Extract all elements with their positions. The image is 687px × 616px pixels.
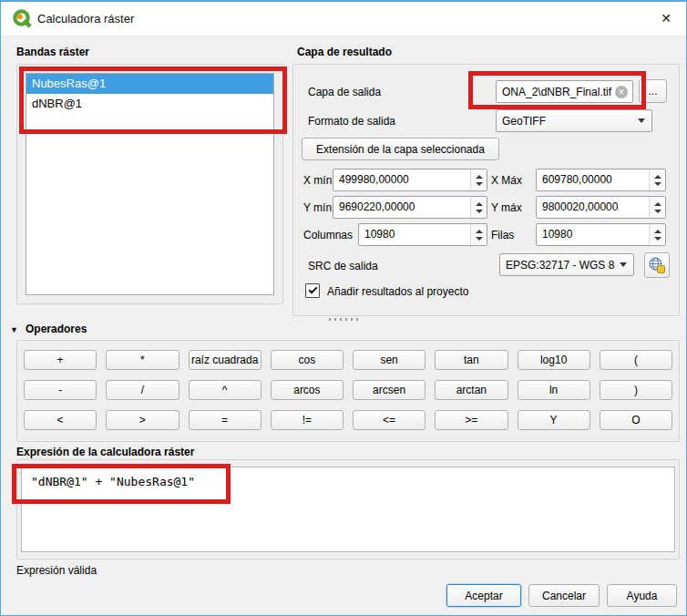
operator-button-or[interactable]: O (600, 410, 672, 430)
chevron-down-icon (620, 262, 627, 267)
xmax-spin-buttons[interactable] (649, 169, 665, 190)
operator-button-multiply[interactable]: * (106, 350, 179, 370)
operator-button-less-equal[interactable]: <= (353, 410, 426, 430)
output-layer-label: Capa de salida (308, 86, 381, 98)
xmin-label: X mín (303, 174, 332, 187)
xmax-value: 609780,00000 (537, 169, 649, 190)
qgis-logo-icon (12, 8, 33, 29)
operator-button-cos[interactable]: cos (271, 350, 344, 370)
operator-button-plus[interactable]: + (24, 350, 97, 370)
expression-header: Expresión de la calculadora ráster (16, 446, 194, 458)
operator-button-less-than[interactable]: < (24, 410, 97, 430)
operator-button-sen[interactable]: sen (353, 350, 426, 370)
xmin-spin-buttons[interactable] (470, 169, 487, 190)
crs-select[interactable]: EPSG:32717 - WGS 8 (499, 253, 634, 276)
output-layer-value: ONA_2\dNBR_Final.tif (497, 86, 615, 98)
xmin-value: 499980,00000 (333, 169, 470, 190)
accept-button[interactable]: Aceptar (446, 584, 521, 607)
operator-button-equals[interactable]: = (189, 410, 261, 430)
output-format-label: Formato de salida (308, 115, 395, 128)
ymin-label: Y mín (303, 201, 332, 214)
output-layer-field[interactable]: ONA_2\dNBR_Final.tif ✕ (496, 80, 633, 103)
operator-button-log10[interactable]: log10 (518, 350, 590, 370)
operator-button-divide[interactable]: / (106, 380, 179, 400)
operator-button-open-paren[interactable]: ( (600, 350, 672, 370)
browse-button[interactable]: ... (639, 79, 667, 103)
ymax-value: 9800020,00000 (537, 197, 649, 218)
crs-value: EPSG:32717 - WGS 8 (500, 259, 620, 272)
check-icon (309, 285, 318, 294)
expression-text: "dNBR@1" + "NubesRas@1" (22, 467, 674, 496)
operator-button-greater-equal[interactable]: >= (435, 410, 508, 430)
operator-button-arcsen[interactable]: arcsen (353, 380, 426, 400)
ymax-label: Y máx (491, 201, 522, 214)
output-format-select[interactable]: GeoTIFF (496, 109, 652, 132)
ymin-spin-buttons[interactable] (470, 197, 487, 218)
rows-spinbox[interactable]: 10980 (536, 223, 666, 246)
clear-field-icon[interactable]: ✕ (615, 86, 628, 98)
add-to-project-label: Añadir resultados al proyecto (327, 285, 468, 298)
columns-spinbox[interactable]: 10980 (358, 223, 487, 246)
add-to-project-checkbox[interactable] (305, 283, 320, 298)
titlebar[interactable]: Calculadora ráster ✕ (1, 2, 686, 36)
operator-button-power[interactable]: ^ (189, 380, 261, 400)
help-button[interactable]: Ayuda (607, 584, 677, 607)
operator-button-sqrt[interactable]: raíz cuadrada (189, 350, 261, 370)
operator-button-not-equals[interactable]: != (271, 410, 344, 430)
collapse-arrow-icon[interactable]: ▼ (10, 325, 18, 334)
raster-calculator-dialog: Calculadora ráster ✕ Bandas ráster Nubes… (0, 0, 687, 616)
ymin-value: 9690220,00000 (333, 197, 470, 218)
close-button[interactable]: ✕ (650, 5, 682, 31)
xmin-spinbox[interactable]: 499980,00000 (333, 169, 487, 191)
splitter-handle[interactable] (329, 318, 362, 321)
ymax-spinbox[interactable]: 9800020,00000 (536, 196, 666, 219)
operator-button-ln[interactable]: ln (518, 380, 590, 400)
columns-value: 10980 (359, 224, 470, 245)
operator-button-close-paren[interactable]: ) (600, 380, 672, 400)
ymin-spinbox[interactable]: 9690220,00000 (333, 196, 487, 219)
result-header: Capa de resultado (297, 46, 392, 58)
chevron-down-icon (638, 118, 645, 123)
crs-picker-button[interactable] (644, 252, 670, 278)
bands-list[interactable]: NubesRas@1 dNBR@1 (26, 73, 274, 295)
expression-status: Expresión válida (16, 564, 97, 577)
rows-label: Filas (491, 229, 514, 241)
ymax-spin-buttons[interactable] (649, 197, 665, 218)
globe-edit-icon (648, 256, 666, 274)
band-item-nubesras[interactable]: NubesRas@1 (26, 74, 273, 94)
rows-spin-buttons[interactable] (649, 224, 665, 245)
operator-button-greater-than[interactable]: > (106, 410, 179, 430)
rows-value: 10980 (537, 224, 649, 245)
operators-header[interactable]: Operadores (26, 323, 87, 335)
operator-button-and[interactable]: Y (518, 410, 590, 430)
expression-input[interactable]: "dNBR@1" + "NubesRas@1" (21, 467, 675, 552)
operators-grid: + * raíz cuadrada cos sen tan log10 ( - … (24, 350, 672, 430)
columns-spin-buttons[interactable] (470, 224, 487, 245)
cancel-button[interactable]: Cancelar (528, 584, 600, 607)
operator-button-tan[interactable]: tan (435, 350, 508, 370)
output-format-value: GeoTIFF (497, 115, 638, 128)
crs-label: SRC de salida (308, 260, 378, 272)
columns-label: Columnas (303, 229, 353, 241)
window-title: Calculadora ráster (37, 12, 134, 26)
xmax-spinbox[interactable]: 609780,00000 (536, 169, 666, 191)
operator-button-arcos[interactable]: arcos (271, 380, 344, 400)
xmax-label: X Máx (491, 174, 522, 187)
operator-button-minus[interactable]: - (24, 380, 97, 400)
bands-header: Bandas ráster (16, 46, 89, 58)
selected-layer-extent-button[interactable]: Extensión de la capa seleccionada (302, 138, 499, 160)
operator-button-arctan[interactable]: arctan (435, 380, 508, 400)
band-item-dnbr[interactable]: dNBR@1 (26, 94, 273, 114)
